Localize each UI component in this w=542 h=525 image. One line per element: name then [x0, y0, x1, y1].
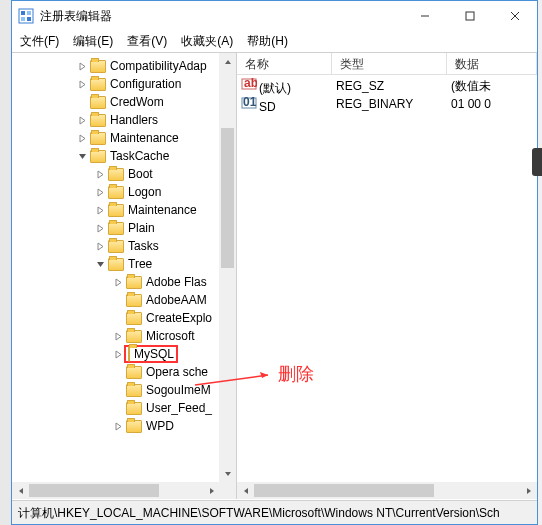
chevron-right-icon[interactable] [112, 276, 124, 288]
folder-icon [108, 204, 124, 217]
tree-item[interactable]: Microsoft [12, 327, 236, 345]
scroll-right-arrow[interactable] [203, 482, 220, 499]
tree-item[interactable]: Handlers [12, 111, 236, 129]
value-name: SD [259, 100, 276, 114]
chevron-down-icon[interactable] [94, 258, 106, 270]
tree-item[interactable]: CompatibilityAdap [12, 57, 236, 75]
chevron-right-icon[interactable] [76, 60, 88, 72]
tree-item[interactable]: Maintenance [12, 201, 236, 219]
value-name: (默认) [259, 81, 291, 95]
value-row[interactable]: 011SDREG_BINARY01 00 0 [237, 95, 537, 113]
tree-item[interactable]: Logon [12, 183, 236, 201]
chevron-right-icon[interactable] [112, 420, 124, 432]
folder-icon [128, 346, 130, 362]
chevron-none-icon [112, 384, 124, 396]
scroll-right-arrow[interactable] [520, 482, 537, 499]
tree-label: Opera sche [146, 365, 208, 379]
values-list[interactable]: ab(默认)REG_SZ(数值未011SDREG_BINARY01 00 0 [237, 75, 537, 113]
menu-favorites[interactable]: 收藏夹(A) [181, 33, 233, 50]
tree-item[interactable]: SogouImeM [12, 381, 236, 399]
tree-item[interactable]: Tasks [12, 237, 236, 255]
tree-item[interactable]: AdobeAAM [12, 291, 236, 309]
menu-view[interactable]: 查看(V) [127, 33, 167, 50]
tree-label: Tasks [128, 239, 159, 253]
chevron-right-icon[interactable] [76, 78, 88, 90]
tree-item[interactable]: Configuration [12, 75, 236, 93]
value-data: (数值未 [447, 78, 537, 95]
chevron-right-icon[interactable] [112, 348, 124, 360]
value-type: REG_BINARY [332, 97, 447, 111]
menu-file[interactable]: 文件(F) [20, 33, 59, 50]
column-type[interactable]: 类型 [332, 53, 447, 74]
tree-label: WPD [146, 419, 174, 433]
tree-item[interactable]: CreateExplo [12, 309, 236, 327]
chevron-right-icon[interactable] [94, 222, 106, 234]
chevron-right-icon[interactable] [76, 132, 88, 144]
tree-horizontal-scrollbar[interactable] [12, 482, 220, 499]
tree-item[interactable]: User_Feed_ [12, 399, 236, 417]
tree-label: MySQL [134, 347, 174, 361]
app-icon [18, 8, 34, 24]
chevron-right-icon[interactable] [112, 330, 124, 342]
scroll-thumb[interactable] [221, 128, 234, 268]
column-data[interactable]: 数据 [447, 53, 537, 74]
folder-icon [126, 420, 142, 433]
folder-icon [90, 150, 106, 163]
tree-item[interactable]: TaskCache [12, 147, 236, 165]
folder-icon [90, 78, 106, 91]
tree-label: CredWom [110, 95, 164, 109]
menu-help[interactable]: 帮助(H) [247, 33, 288, 50]
scroll-left-arrow[interactable] [12, 482, 29, 499]
chevron-down-icon[interactable] [76, 150, 88, 162]
svg-text:011: 011 [243, 95, 257, 109]
tree-item[interactable]: CredWom [12, 93, 236, 111]
chevron-none-icon [112, 312, 124, 324]
scroll-thumb[interactable] [254, 484, 434, 497]
close-button[interactable] [492, 1, 537, 31]
list-horizontal-scrollbar[interactable] [237, 482, 537, 499]
tree-item[interactable]: Plain [12, 219, 236, 237]
tree-item[interactable]: Boot [12, 165, 236, 183]
registry-editor-window: 注册表编辑器 文件(F) 编辑(E) 查看(V) 收藏夹(A) 帮助(H) Co… [11, 0, 538, 525]
tree-item[interactable]: Adobe Flas [12, 273, 236, 291]
tree-label: Handlers [110, 113, 158, 127]
registry-tree[interactable]: CompatibilityAdapConfigurationCredWomHan… [12, 53, 236, 435]
tree-item[interactable]: Tree [12, 255, 236, 273]
chevron-none-icon [112, 366, 124, 378]
folder-icon [126, 294, 142, 307]
tree-item[interactable]: Maintenance [12, 129, 236, 147]
minimize-button[interactable] [402, 1, 447, 31]
chevron-right-icon[interactable] [94, 186, 106, 198]
scroll-left-arrow[interactable] [237, 482, 254, 499]
tree-label: Tree [128, 257, 152, 271]
folder-icon [108, 222, 124, 235]
tree-label: Microsoft [146, 329, 195, 343]
value-type: REG_SZ [332, 79, 447, 93]
tree-item[interactable]: WPD [12, 417, 236, 435]
titlebar[interactable]: 注册表编辑器 [12, 1, 537, 31]
tree-vertical-scrollbar[interactable] [219, 53, 236, 499]
value-row[interactable]: ab(默认)REG_SZ(数值未 [237, 77, 537, 95]
scroll-thumb[interactable] [29, 484, 159, 497]
chevron-none-icon [112, 402, 124, 414]
scroll-up-arrow[interactable] [219, 53, 236, 70]
chevron-right-icon[interactable] [76, 114, 88, 126]
chevron-right-icon[interactable] [94, 240, 106, 252]
chevron-right-icon[interactable] [94, 204, 106, 216]
value-str-icon: ab [241, 76, 257, 92]
svg-rect-1 [21, 11, 25, 15]
chevron-right-icon[interactable] [94, 168, 106, 180]
folder-icon [126, 384, 142, 397]
column-name[interactable]: 名称 [237, 53, 332, 74]
svg-rect-4 [27, 17, 31, 21]
maximize-button[interactable] [447, 1, 492, 31]
menu-edit[interactable]: 编辑(E) [73, 33, 113, 50]
tree-label: User_Feed_ [146, 401, 212, 415]
tree-item[interactable]: MySQL [12, 345, 236, 363]
tree-label: TaskCache [110, 149, 169, 163]
svg-text:ab: ab [244, 76, 257, 90]
scroll-down-arrow[interactable] [219, 465, 236, 482]
folder-icon [108, 168, 124, 181]
tree-item[interactable]: Opera sche [12, 363, 236, 381]
menubar: 文件(F) 编辑(E) 查看(V) 收藏夹(A) 帮助(H) [12, 31, 537, 53]
